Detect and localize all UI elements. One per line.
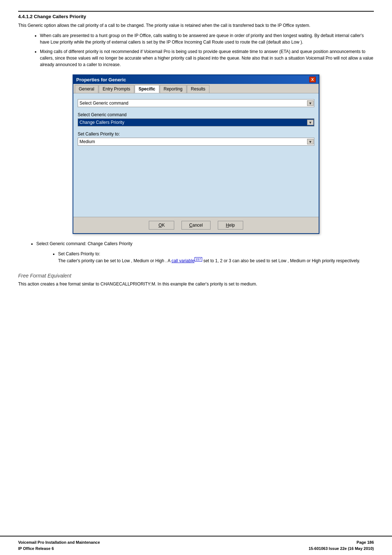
select-callers-priority[interactable]: Medium xyxy=(78,138,314,146)
dialog-tabs: General Entry Prompts Specific Reporting… xyxy=(73,84,319,93)
sub-bullet-1-item: Set Callers Priority to: The caller's pr… xyxy=(58,251,374,264)
select3-label: Set Callers Priority to: xyxy=(78,131,314,137)
ok-label: OK xyxy=(159,223,165,228)
sub-bullet-text: The caller's priority can be set to Low … xyxy=(58,258,171,263)
select-generic-command-1[interactable]: Select Generic command xyxy=(78,99,314,107)
help-label: Help xyxy=(226,223,235,228)
select1-wrapper: Select Generic command ▼ xyxy=(78,99,314,107)
dialog-titlebar: Properties for Generic X xyxy=(73,75,319,84)
dialog-close-button[interactable]: X xyxy=(309,77,316,82)
footer-left-line1: Voicemail Pro Installation and Maintenan… xyxy=(18,539,100,546)
free-format-title: Free Format Equivalent xyxy=(18,273,374,279)
footer-right-line1: Page 186 xyxy=(309,539,374,546)
sub-sub-bullet-wrapper: Set Callers Priority to: The caller's pr… xyxy=(47,251,374,264)
select3-wrapper: Medium ▼ xyxy=(78,138,314,146)
intro-bullets: When calls are presented to a hunt group… xyxy=(40,32,374,68)
tab-results[interactable]: Results xyxy=(187,85,209,93)
dialog-title: Properties for Generic xyxy=(76,77,126,82)
below-bullet-1: Select Generic command: Change Callers P… xyxy=(36,240,374,247)
footer-right: Page 186 15-601063 Issue 22e (16 May 201… xyxy=(309,539,374,552)
page-footer: Voicemail Pro Installation and Maintenan… xyxy=(0,536,392,555)
below-dialog-bullets: Select Generic command: Change Callers P… xyxy=(36,240,374,247)
bullet-item-2: Mixing calls of different priority is no… xyxy=(40,48,374,68)
intro-text: This Generic option allows the call prio… xyxy=(18,22,374,29)
tab-general[interactable]: General xyxy=(75,85,98,93)
free-format-text: This action creates a free format simila… xyxy=(18,281,374,287)
link-superscript: 157 xyxy=(195,257,202,262)
footer-right-line2: 15-601063 Issue 22e (16 May 2010) xyxy=(309,546,374,552)
sub-bullet-label: Set Callers Priority to: xyxy=(58,251,100,256)
link-suffix: set to 1, 2 or 3 can also be used to set… xyxy=(202,258,360,263)
select-generic-command-2[interactable]: Change Callers Priority xyxy=(78,118,314,126)
form-group-select1: Select Generic command ▼ xyxy=(78,99,314,107)
sub-sub-bullets: Set Callers Priority to: The caller's pr… xyxy=(58,251,374,264)
tab-specific[interactable]: Specific xyxy=(135,85,159,93)
free-format-section: Free Format Equivalent This action creat… xyxy=(18,273,374,287)
dialog-footer: OK Cancel Help xyxy=(73,217,319,233)
form-group-select3: Set Callers Priority to: Medium ▼ xyxy=(78,131,314,146)
dialog-body: Select Generic command ▼ Select Generic … xyxy=(73,93,319,217)
section-title: 4.4.1.2 Change Callers Priority xyxy=(18,11,374,19)
ok-button[interactable]: OK xyxy=(149,221,174,230)
bullet-item-1: When calls are presented to a hunt group… xyxy=(40,32,374,45)
form-group-select2: Select Generic command Change Callers Pr… xyxy=(78,112,314,126)
tab-entry-prompts[interactable]: Entry Prompts xyxy=(99,85,134,93)
call-variable-link[interactable]: call variable xyxy=(171,258,194,263)
tab-reporting[interactable]: Reporting xyxy=(160,85,187,93)
help-button[interactable]: Help xyxy=(218,221,243,230)
dialog-wrapper: Properties for Generic X General Entry P… xyxy=(18,74,374,234)
footer-left-line2: IP Office Release 6 xyxy=(18,546,100,552)
footer-left: Voicemail Pro Installation and Maintenan… xyxy=(18,539,100,552)
cancel-button[interactable]: Cancel xyxy=(181,221,210,230)
cancel-label: Cancel xyxy=(189,223,203,228)
select2-wrapper: Change Callers Priority ▼ xyxy=(78,118,314,126)
dialog: Properties for Generic X General Entry P… xyxy=(73,74,319,234)
select2-label: Select Generic command xyxy=(78,112,314,117)
